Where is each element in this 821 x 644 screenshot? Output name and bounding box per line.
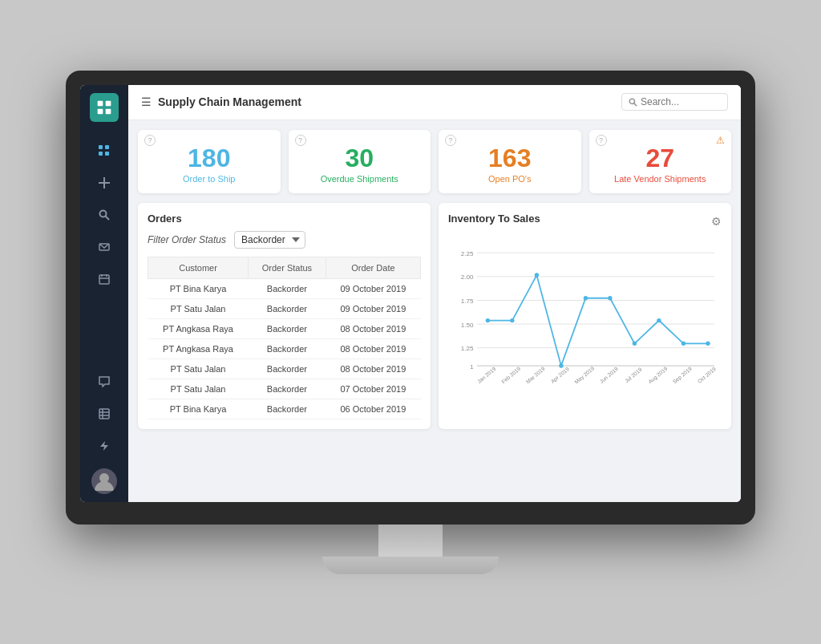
svg-rect-5 <box>105 145 109 149</box>
table-row: PT Satu JalanBackorder07 October 2019 <box>148 379 421 399</box>
svg-line-24 <box>634 103 637 106</box>
help-icon-4[interactable]: ? <box>596 135 607 146</box>
svg-text:Oct 2019: Oct 2019 <box>697 366 718 384</box>
gear-icon[interactable]: ⚙ <box>711 215 722 228</box>
sidebar-item-table[interactable] <box>91 401 117 427</box>
svg-point-47 <box>706 341 710 345</box>
search-bar <box>621 93 728 111</box>
svg-rect-7 <box>105 152 109 156</box>
kpi-number-overdue: 30 <box>300 144 420 172</box>
kpi-order-to-ship: ? 180 Order to Ship <box>138 130 281 193</box>
cell-customer: PT Satu Jalan <box>148 298 249 318</box>
svg-text:2.25: 2.25 <box>461 250 474 257</box>
bottom-row: Orders Filter Order Status AllBackorderP… <box>138 203 731 429</box>
table-row: PT Angkasa RayaBackorder08 October 2019 <box>148 318 421 338</box>
cell-customer: PT Angkasa Raya <box>148 318 249 338</box>
inventory-chart: 2.25 2.00 1.75 1.50 1.25 1 <box>448 237 722 398</box>
cell-customer: PT Satu Jalan <box>148 358 249 379</box>
svg-text:2.00: 2.00 <box>461 273 474 281</box>
svg-point-42 <box>584 296 588 300</box>
svg-text:1.75: 1.75 <box>461 298 474 305</box>
orders-panel-title: Orders <box>148 213 421 225</box>
orders-tbody: PT Bina KaryaBackorder09 October 2019PT … <box>148 278 421 419</box>
svg-point-44 <box>633 341 637 345</box>
sidebar-item-grid[interactable] <box>91 138 117 164</box>
svg-point-39 <box>510 318 514 322</box>
search-icon <box>629 98 637 107</box>
svg-rect-13 <box>99 275 109 284</box>
orders-panel: Orders Filter Order Status AllBackorderP… <box>138 203 431 429</box>
menu-icon[interactable]: ☰ <box>141 95 152 108</box>
svg-text:Jun 2019: Jun 2019 <box>598 366 619 384</box>
kpi-row: ? 180 Order to Ship ? 30 Overdue Shipmen… <box>138 130 731 193</box>
svg-rect-1 <box>106 100 111 106</box>
table-row: PT Bina KaryaBackorder09 October 2019 <box>148 278 421 298</box>
main-content: ☰ Supply Chain Management ? 180 Orde <box>128 85 741 502</box>
table-row: PT Angkasa RayaBackorder08 October 2019 <box>148 338 421 358</box>
cell-status: Backorder <box>249 318 326 338</box>
monitor-stand-base <box>322 557 499 574</box>
cell-date: 07 October 2019 <box>326 379 420 399</box>
cell-status: Backorder <box>249 379 326 399</box>
cell-date: 09 October 2019 <box>326 298 420 318</box>
col-order-status: Order Status <box>249 257 326 278</box>
sidebar-item-bolt[interactable] <box>91 433 117 459</box>
filter-select[interactable]: AllBackorderPendingShippedCancelled <box>234 231 305 249</box>
monitor-screen-border: ☰ Supply Chain Management ? 180 Orde <box>66 71 755 525</box>
cell-date: 08 October 2019 <box>326 358 420 379</box>
cell-customer: PT Bina Karya <box>148 399 249 419</box>
sidebar-item-add[interactable] <box>91 170 117 196</box>
app-logo[interactable] <box>90 93 119 122</box>
table-row: PT Bina KaryaBackorder06 October 2019 <box>148 399 421 419</box>
sidebar-item-calendar[interactable] <box>91 266 117 292</box>
filter-label: Filter Order Status <box>148 234 226 245</box>
search-input[interactable] <box>641 96 721 107</box>
cell-status: Backorder <box>249 298 326 318</box>
kpi-label-overdue: Overdue Shipments <box>300 174 420 184</box>
svg-text:1.50: 1.50 <box>461 321 474 328</box>
cell-date: 08 October 2019 <box>326 318 420 338</box>
svg-point-10 <box>100 210 107 217</box>
col-order-date: Order Date <box>326 257 420 278</box>
sidebar <box>80 85 128 502</box>
cell-customer: PT Satu Jalan <box>148 379 249 399</box>
svg-rect-17 <box>99 409 109 419</box>
svg-point-40 <box>535 273 539 277</box>
dashboard-body: ? 180 Order to Ship ? 30 Overdue Shipmen… <box>128 120 741 502</box>
help-icon-3[interactable]: ? <box>445 135 456 146</box>
svg-marker-21 <box>100 441 108 451</box>
kpi-late-vendor: ? ⚠ 27 Late Vendor Shipments <box>589 130 732 193</box>
kpi-open-pos: ? 163 Open PO's <box>439 130 581 193</box>
svg-text:Aug 2019: Aug 2019 <box>647 365 669 385</box>
sidebar-item-search[interactable] <box>91 202 117 228</box>
svg-text:1.25: 1.25 <box>461 345 474 352</box>
cell-status: Backorder <box>249 358 326 379</box>
kpi-number-order-to-ship: 180 <box>149 144 269 172</box>
sidebar-item-chat[interactable] <box>91 369 117 395</box>
cell-date: 08 October 2019 <box>326 338 420 358</box>
topbar: ☰ Supply Chain Management <box>128 85 741 120</box>
svg-text:1: 1 <box>470 363 474 370</box>
filter-row: Filter Order Status AllBackorderPendingS… <box>148 231 421 249</box>
kpi-number-late-vendor: 27 <box>601 144 721 172</box>
chart-header: Inventory To Sales ⚙ <box>448 213 722 231</box>
cell-date: 06 October 2019 <box>326 399 420 419</box>
sidebar-item-mail[interactable] <box>91 234 117 260</box>
cell-status: Backorder <box>249 399 326 419</box>
cell-status: Backorder <box>249 338 326 358</box>
svg-point-43 <box>608 296 612 300</box>
help-icon-2[interactable]: ? <box>295 135 306 146</box>
alert-icon: ⚠ <box>716 135 725 146</box>
kpi-label-order-to-ship: Order to Ship <box>149 174 269 184</box>
svg-rect-0 <box>98 100 103 106</box>
svg-text:Jul 2019: Jul 2019 <box>624 366 643 383</box>
svg-line-11 <box>106 216 110 220</box>
app-title: Supply Chain Management <box>158 95 621 108</box>
help-icon-1[interactable]: ? <box>144 135 156 146</box>
kpi-number-open-pos: 163 <box>450 144 570 172</box>
orders-table: Customer Order Status Order Date PT Bina… <box>148 257 421 419</box>
cell-status: Backorder <box>249 278 326 298</box>
table-row: PT Satu JalanBackorder09 October 2019 <box>148 298 421 318</box>
kpi-overdue-shipments: ? 30 Overdue Shipments <box>289 130 431 193</box>
user-avatar[interactable] <box>91 468 117 494</box>
